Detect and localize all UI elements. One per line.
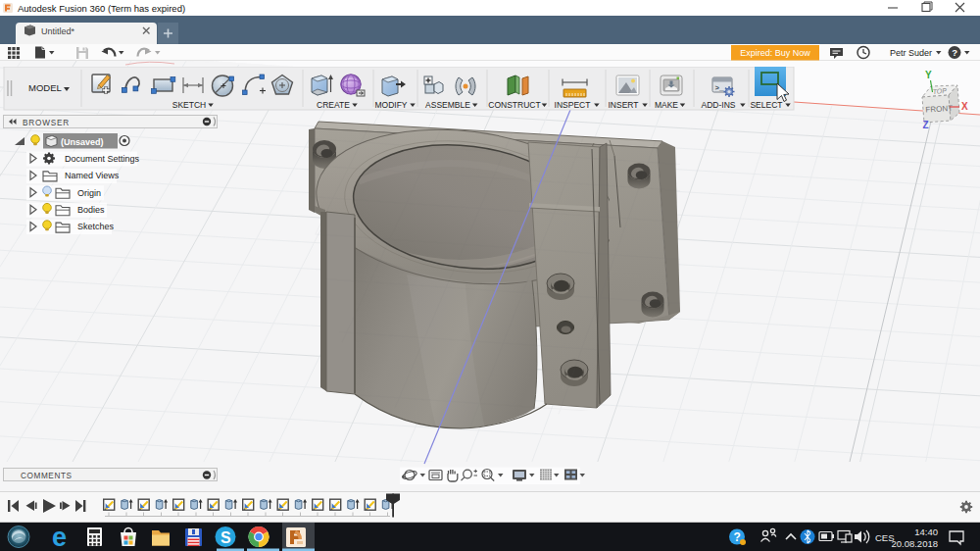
svg-text:BROWSER: BROWSER — [23, 119, 70, 127]
svg-text:SKETCH: SKETCH — [172, 100, 206, 110]
svg-text:Y: Y — [925, 70, 932, 80]
svg-text:CREATE: CREATE — [317, 100, 350, 110]
svg-text:ASSEMBLE: ASSEMBLE — [425, 100, 470, 110]
svg-text:?: ? — [734, 530, 741, 544]
svg-text:Document Settings: Document Settings — [65, 154, 140, 164]
svg-text:MODIFY: MODIFY — [374, 100, 407, 110]
svg-text:SELECT: SELECT — [750, 100, 782, 110]
svg-text:e: e — [52, 523, 67, 551]
svg-text:Z: Z — [923, 120, 929, 130]
svg-text:MAKE: MAKE — [655, 100, 678, 110]
svg-text:Origin: Origin — [77, 188, 101, 198]
svg-text:20.08.2018: 20.08.2018 — [891, 538, 938, 549]
svg-text:Sketches: Sketches — [77, 222, 115, 231]
svg-text:Named Views: Named Views — [65, 171, 120, 180]
svg-text:FRONT: FRONT — [925, 104, 953, 114]
svg-text:COMMENTS: COMMENTS — [21, 472, 73, 480]
svg-text:?: ? — [952, 47, 957, 58]
svg-text:14:40: 14:40 — [914, 526, 938, 537]
svg-text:Petr Suder: Petr Suder — [890, 48, 932, 58]
svg-text:Expired: Buy Now: Expired: Buy Now — [740, 48, 810, 58]
svg-text:CONSTRUCT: CONSTRUCT — [488, 100, 540, 110]
svg-text:Bodies: Bodies — [77, 205, 105, 215]
svg-text:(Unsaved): (Unsaved) — [61, 137, 104, 147]
svg-text:INSPECT: INSPECT — [555, 100, 591, 110]
svg-text:MODEL: MODEL — [28, 82, 62, 93]
svg-text:>_: >_ — [715, 84, 725, 92]
svg-text:Autodesk Fusion 360 (Term has: Autodesk Fusion 360 (Term has expired) — [18, 3, 185, 14]
svg-text:S: S — [220, 529, 231, 546]
svg-text:Untitled*: Untitled* — [41, 26, 75, 36]
svg-text:ADD-INS: ADD-INS — [702, 100, 736, 110]
svg-text:INSERT: INSERT — [608, 100, 638, 110]
svg-text:X: X — [961, 101, 968, 112]
